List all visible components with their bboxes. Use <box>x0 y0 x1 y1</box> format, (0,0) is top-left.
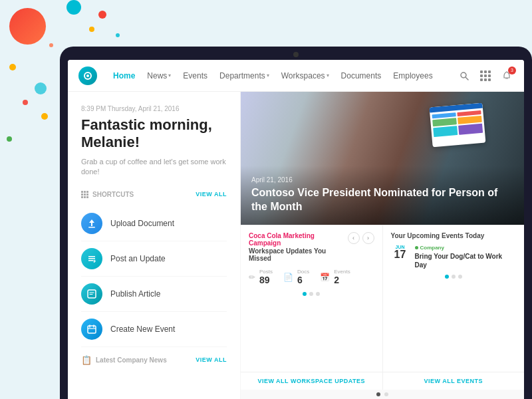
nav-item-news[interactable]: News ▾ <box>142 68 176 83</box>
shortcut-upload-label: Upload Document <box>110 219 174 228</box>
nav-item-documents[interactable]: Documents <box>336 68 387 83</box>
event-title: Bring Your Dog/Cat to Work Day <box>415 252 517 269</box>
app-logo[interactable] <box>78 66 97 85</box>
latest-news-view-all[interactable]: VIEW ALL <box>196 356 227 363</box>
shortcut-publish-label: Publish Article <box>110 289 160 299</box>
stat-posts-value: 89 <box>259 275 273 285</box>
shortcuts-grid-icon <box>81 191 88 198</box>
events-view-all[interactable]: VIEW ALL EVENTS <box>383 372 525 390</box>
shortcut-event-label: Create New Event <box>110 325 175 334</box>
page-dot-2 <box>384 392 388 396</box>
stat-events-value: 2 <box>334 275 350 285</box>
dot-1 <box>303 292 307 296</box>
hero-date: April 21, 2016 <box>251 176 513 184</box>
nav-item-events[interactable]: Events <box>178 68 213 83</box>
page-dots <box>241 390 524 399</box>
workspace-card-subtitle: Workspace Updates You Missed <box>249 247 348 262</box>
stat-events-label: Events <box>334 269 350 275</box>
publish-icon <box>81 283 102 305</box>
dot-2 <box>309 292 313 296</box>
nav-items: Home News ▾ Events Departments ▾ Workspa… <box>108 68 458 83</box>
notification-badge: 3 <box>508 66 516 74</box>
svg-point-1 <box>86 74 89 77</box>
stat-docs-label: Docs <box>297 269 309 275</box>
stat-docs: 📄 Docs 6 <box>283 269 309 285</box>
dot-3 <box>316 292 320 296</box>
stat-docs-value: 6 <box>297 275 309 285</box>
latest-news-label: 📋 Latest Company News <box>81 355 167 365</box>
shortcut-event[interactable]: Create New Event <box>81 312 227 347</box>
search-button[interactable] <box>458 69 471 82</box>
hero-title: Contoso Vice President Nominated for Per… <box>251 186 513 214</box>
device-frame: Home News ▾ Events Departments ▾ Workspa… <box>60 47 532 399</box>
workspace-prev-button[interactable]: ‹ <box>348 232 360 244</box>
notification-button[interactable]: 3 <box>500 69 513 82</box>
left-panel: 8:39 PM Thursday, April 21, 2016 Fantast… <box>68 92 241 399</box>
greeting-time: 8:39 PM Thursday, April 21, 2016 <box>81 105 227 112</box>
workspace-card-titles: Coca Cola Marketing Campaign Workspace U… <box>249 232 348 262</box>
workspace-card-header: Coca Cola Marketing Campaign Workspace U… <box>241 225 382 265</box>
main-content: 8:39 PM Thursday, April 21, 2016 Fantast… <box>68 92 524 399</box>
events-icon: 📅 <box>320 273 330 282</box>
device-screen: Home News ▾ Events Departments ▾ Workspa… <box>68 60 524 399</box>
workspace-next-button[interactable]: › <box>362 232 374 244</box>
upload-icon <box>81 213 102 234</box>
events-card-header: Your Upcoming Events Today <box>383 225 525 242</box>
shortcuts-header: Shortcuts VIEW ALL <box>81 191 227 198</box>
workspace-view-all[interactable]: VIEW ALL WORKSPACE UPDATES <box>241 372 382 390</box>
event-date-box: JUN 17 <box>391 245 410 260</box>
nav-item-workspaces[interactable]: Workspaces ▾ <box>276 68 334 83</box>
page-dot-1 <box>376 392 380 396</box>
posts-icon: ✏ <box>249 273 255 282</box>
shortcuts-view-all[interactable]: VIEW ALL <box>196 191 227 198</box>
device-camera <box>293 52 299 57</box>
chevron-icon: ▾ <box>327 72 329 78</box>
latest-news-header: 📋 Latest Company News VIEW ALL <box>81 347 227 370</box>
event-company-badge: Company <box>415 245 517 251</box>
svg-rect-8 <box>88 326 96 333</box>
workspace-dots <box>241 289 382 299</box>
chevron-icon: ▾ <box>168 72 171 78</box>
shortcut-post-label: Post an Update <box>110 254 166 263</box>
shortcut-post[interactable]: Post an Update <box>81 241 227 277</box>
cards-row: Coca Cola Marketing Campaign Workspace U… <box>241 225 524 390</box>
nav-actions: 3 <box>458 69 513 82</box>
dot-3 <box>458 275 462 279</box>
nav-item-departments[interactable]: Departments ▾ <box>214 68 275 83</box>
nav-item-home[interactable]: Home <box>108 68 140 83</box>
chevron-icon: ▾ <box>267 72 269 78</box>
hero-section: April 21, 2016 Contoso Vice President No… <box>241 92 524 225</box>
shortcut-publish[interactable]: Publish Article <box>81 277 227 312</box>
event-item: JUN 17 Company Bring Your Dog/Cat to Wor… <box>383 242 525 272</box>
navbar: Home News ▾ Events Departments ▾ Workspa… <box>68 60 524 92</box>
workspace-stats: ✏ Posts 89 📄 Docs 6 <box>241 265 382 289</box>
stat-posts-label: Posts <box>259 269 273 275</box>
svg-point-2 <box>461 72 466 78</box>
stat-events: 📅 Events 2 <box>320 269 350 285</box>
svg-rect-5 <box>88 227 95 228</box>
greeting-name: Fantastic morning,Melanie! <box>81 116 227 152</box>
shortcuts-label: Shortcuts <box>81 191 134 198</box>
dot-2 <box>452 275 456 279</box>
events-card: Your Upcoming Events Today JUN 17 Compan… <box>383 225 525 390</box>
events-dots <box>383 272 525 280</box>
docs-icon: 📄 <box>283 273 293 282</box>
workspace-campaign-title: Coca Cola Marketing Campaign <box>249 232 348 247</box>
post-icon <box>81 248 102 269</box>
stat-posts: ✏ Posts 89 <box>249 269 273 285</box>
greeting-subtitle: Grab a cup of coffee and let's get some … <box>81 157 227 178</box>
nav-item-employees[interactable]: Employees <box>388 68 438 83</box>
svg-line-3 <box>466 77 469 80</box>
event-icon <box>81 319 102 340</box>
dot-1 <box>445 275 449 279</box>
event-day: 17 <box>394 249 406 260</box>
company-dot <box>415 246 418 249</box>
grid-button[interactable] <box>479 69 492 82</box>
workspace-card: Coca Cola Marketing Campaign Workspace U… <box>241 225 383 390</box>
event-details: Company Bring Your Dog/Cat to Work Day <box>415 245 517 269</box>
shortcut-upload[interactable]: Upload Document <box>81 206 227 241</box>
right-panel: April 21, 2016 Contoso Vice President No… <box>241 92 524 399</box>
hero-overlay: April 21, 2016 Contoso Vice President No… <box>241 166 524 225</box>
workspace-card-nav: ‹ › <box>348 232 374 244</box>
